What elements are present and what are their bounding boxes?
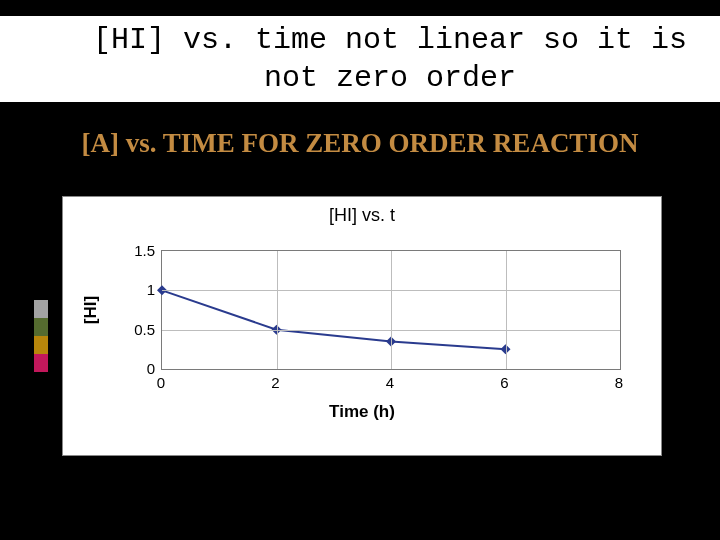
side-accent [34, 300, 48, 372]
slide-title: [HI] vs. time not linear so it is not ze… [90, 22, 690, 97]
plot-area [161, 250, 621, 370]
grid-line-v [277, 251, 278, 369]
x-tick-label: 8 [604, 374, 634, 391]
x-tick-label: 0 [146, 374, 176, 391]
slide-subtitle: [A] vs. TIME FOR ZERO ORDER REACTION [0, 128, 720, 159]
slide: [HI] vs. time not linear so it is not ze… [0, 0, 720, 540]
grid-line-v [391, 251, 392, 369]
y-tick-label: 1 [115, 281, 155, 298]
grid-line-v [506, 251, 507, 369]
y-tick-label: 0.5 [115, 320, 155, 337]
x-tick-label: 4 [375, 374, 405, 391]
x-tick-label: 2 [261, 374, 291, 391]
chart-title: [HI] vs. t [63, 205, 661, 226]
title-line-2: not zero order [264, 61, 516, 95]
title-line-1: [HI] vs. time not linear so it is [93, 23, 687, 57]
x-tick-label: 6 [490, 374, 520, 391]
y-axis-label: [HI] [81, 296, 101, 324]
x-axis-label: Time (h) [63, 402, 661, 422]
plot-wrap: [HI] Time (h) 00.511.502468 [63, 230, 661, 440]
chart-container: [HI] vs. t [HI] Time (h) 00.511.502468 [62, 196, 662, 456]
series-line [162, 290, 506, 349]
y-tick-label: 1.5 [115, 242, 155, 259]
